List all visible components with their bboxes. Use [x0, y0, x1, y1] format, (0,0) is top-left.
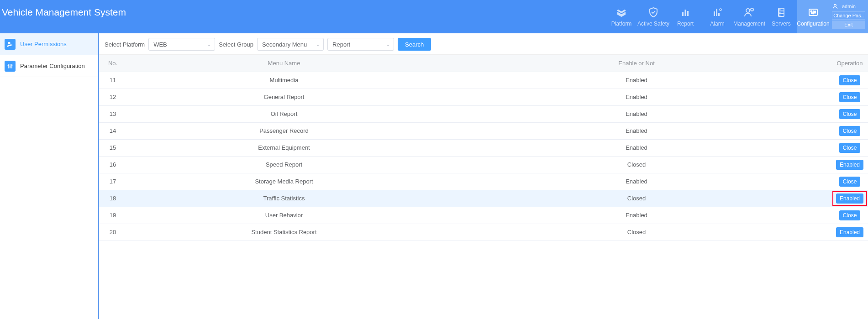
cell-enable: Closed: [442, 224, 831, 241]
active-safety-icon: [648, 7, 659, 18]
platform-icon: [616, 7, 627, 18]
report-icon: [680, 7, 691, 18]
select-third-input[interactable]: [327, 38, 394, 51]
close-button[interactable]: Close: [839, 210, 861, 220]
cell-enable: Enabled: [442, 207, 831, 224]
cell-op: Close: [831, 122, 868, 139]
cell-enable: Enabled: [442, 105, 831, 122]
servers-icon: [776, 7, 787, 18]
cell-menu: Multimedia: [126, 72, 442, 89]
nav-label: Report: [677, 21, 694, 27]
cell-no: 20: [99, 224, 126, 241]
nav-label: Configuration: [797, 21, 829, 27]
cell-enable: Enabled: [442, 139, 831, 156]
table-row: 11MultimediaEnabledClose: [99, 72, 868, 89]
user-permissions-icon: [5, 39, 16, 50]
svg-rect-3: [714, 11, 715, 16]
table-row: 17Storage Media ReportEnabledClose: [99, 173, 868, 190]
management-icon: [744, 7, 755, 18]
user-panel: admin Change Pas.. Exit: [829, 0, 868, 33]
sidebar: User PermissionsParameter Configuration: [0, 33, 99, 319]
nav-servers[interactable]: Servers: [765, 0, 797, 33]
select-group[interactable]: ⌄: [257, 38, 324, 51]
cell-no: 19: [99, 207, 126, 224]
cell-op: Close: [831, 173, 868, 190]
svg-point-7: [746, 9, 750, 12]
select-group-input[interactable]: [257, 38, 324, 51]
table-row: 19User BehaviorEnabledClose: [99, 207, 868, 224]
cell-op: Enabled: [831, 224, 868, 241]
cell-op: Close: [831, 207, 868, 224]
main: Select Platform ⌄ Select Group ⌄ ⌄ Searc…: [99, 33, 868, 319]
alarm-icon: [712, 7, 723, 18]
close-button[interactable]: Close: [839, 126, 861, 136]
enabled-button[interactable]: Enabled: [836, 160, 863, 170]
svg-point-6: [720, 9, 721, 10]
svg-point-19: [813, 12, 814, 14]
sidebar-item-label: User Permissions: [20, 41, 67, 47]
cell-no: 15: [99, 139, 126, 156]
table-header-row: No. Menu Name Enable or Not Operation: [99, 55, 868, 72]
table-row: 15External EquipmentEnabledClose: [99, 139, 868, 156]
nav-alarm[interactable]: Alarm: [701, 0, 733, 33]
nav-label: Platform: [611, 21, 632, 27]
exit-button[interactable]: Exit: [832, 21, 865, 29]
svg-point-13: [780, 12, 780, 12]
svg-point-12: [780, 9, 780, 10]
change-password-button[interactable]: Change Pas..: [832, 11, 865, 20]
cell-menu: Oil Report: [126, 105, 442, 122]
cell-op: Enabled: [831, 190, 868, 207]
cell-menu: User Behavior: [126, 207, 442, 224]
svg-point-14: [780, 15, 780, 15]
table-row: 14Passenger RecordEnabledClose: [99, 122, 868, 139]
nav-label: Management: [733, 21, 765, 27]
close-button[interactable]: Close: [839, 109, 861, 119]
nav-active-safety[interactable]: Active Safety: [637, 0, 669, 33]
svg-point-21: [815, 11, 816, 12]
user-name: admin: [842, 4, 856, 9]
nav-configuration[interactable]: Configuration: [797, 0, 829, 33]
nav-label: Servers: [772, 21, 790, 27]
table-row: 18Traffic StatisticsClosedEnabled: [99, 190, 868, 207]
col-enable: Enable or Not: [442, 55, 831, 72]
svg-rect-28: [8, 65, 9, 66]
cell-menu: Storage Media Report: [126, 173, 442, 190]
table-row: 16Speed ReportClosedEnabled: [99, 156, 868, 173]
table-row: 13Oil ReportEnabledClose: [99, 105, 868, 122]
user-info: admin: [832, 2, 865, 10]
top-nav: PlatformActive SafetyReportAlarmManageme…: [605, 0, 829, 33]
select-platform-input[interactable]: [148, 38, 215, 51]
cell-enable: Closed: [442, 156, 831, 173]
close-button[interactable]: Close: [839, 92, 861, 102]
search-button[interactable]: Search: [398, 38, 431, 51]
close-button[interactable]: Close: [839, 75, 861, 85]
nav-platform[interactable]: Platform: [605, 0, 637, 33]
nav-report[interactable]: Report: [669, 0, 701, 33]
cell-enable: Closed: [442, 190, 831, 207]
permissions-table: No. Menu Name Enable or Not Operation 11…: [99, 55, 868, 241]
nav-management[interactable]: Management: [733, 0, 765, 33]
cell-no: 17: [99, 173, 126, 190]
enabled-button[interactable]: Enabled: [836, 193, 863, 204]
table-row: 20Student Statistics ReportClosedEnabled: [99, 224, 868, 241]
parameter-configuration-icon: [5, 61, 16, 72]
cell-menu: General Report: [126, 89, 442, 105]
cell-enable: Enabled: [442, 122, 831, 139]
select-third[interactable]: ⌄: [327, 38, 394, 51]
cell-op: Close: [831, 72, 868, 89]
sidebar-item-parameter-configuration[interactable]: Parameter Configuration: [0, 55, 98, 77]
nav-label: Alarm: [710, 21, 724, 27]
close-button[interactable]: Close: [839, 177, 861, 187]
cell-enable: Enabled: [442, 173, 831, 190]
svg-rect-5: [718, 13, 720, 16]
svg-point-17: [811, 10, 812, 12]
cell-menu: Speed Report: [126, 156, 442, 173]
enabled-button[interactable]: Enabled: [836, 227, 863, 237]
select-platform[interactable]: ⌄: [148, 38, 215, 51]
close-button[interactable]: Close: [839, 143, 861, 153]
svg-rect-29: [10, 66, 11, 67]
sidebar-item-user-permissions[interactable]: User Permissions: [0, 33, 98, 55]
app-title: Vehicle Management System: [0, 0, 126, 33]
select-platform-label: Select Platform: [105, 41, 145, 48]
cell-menu: Student Statistics Report: [126, 224, 442, 241]
